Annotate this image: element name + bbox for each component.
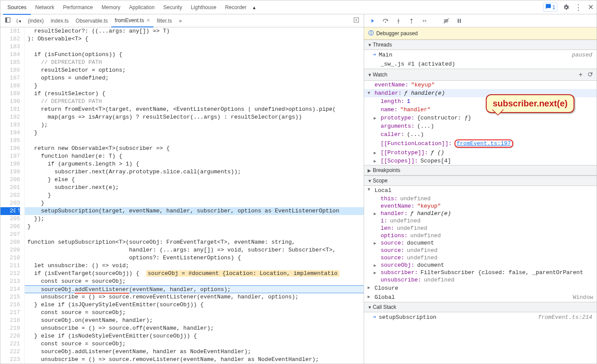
code-line[interactable]: const source = sourceObj; xyxy=(25,278,364,285)
code-line[interactable] xyxy=(25,137,364,145)
watch-item[interactable]: len: undefined xyxy=(364,225,597,232)
code-line[interactable]: // DEPRECATED PATH xyxy=(25,59,364,66)
code-line[interactable]: } else { xyxy=(25,176,364,184)
top-tab-sources[interactable]: Sources xyxy=(3,1,31,15)
watch-item[interactable]: ▶sourceObj: document xyxy=(364,261,597,269)
code-line[interactable]: if (resultSelector) { xyxy=(25,90,364,98)
run-snippet-icon[interactable] xyxy=(352,16,361,25)
line-number[interactable]: 192 xyxy=(0,113,20,121)
step-over-button[interactable] xyxy=(381,17,389,25)
watch-item[interactable]: ▶prototype: {constructor: ƒ} xyxy=(364,114,597,122)
line-number[interactable]: 184 xyxy=(0,51,20,59)
expand-icon[interactable]: ▶ xyxy=(374,241,378,246)
code-line[interactable]: let unsubscribe: () => void; xyxy=(25,262,364,270)
watch-item[interactable]: source: undefined xyxy=(364,247,597,254)
top-tab-network[interactable]: Network xyxy=(31,1,59,14)
code-line[interactable]: const source = sourceObj; xyxy=(25,309,364,317)
line-number[interactable]: 195 xyxy=(0,137,20,145)
code-line[interactable]: if (isFunction(options)) { xyxy=(25,51,364,59)
line-number[interactable]: 218 xyxy=(0,317,20,324)
line-number[interactable]: 200 xyxy=(0,176,20,184)
line-number[interactable]: 206 xyxy=(0,223,20,231)
line-number[interactable]: 197 xyxy=(0,152,20,160)
step-into-button[interactable] xyxy=(395,17,402,25)
watch-item[interactable]: eventName: "keyup" xyxy=(364,81,597,89)
thread-row[interactable]: ➔Mainpaused xyxy=(364,50,597,60)
code-line[interactable]: setupSubscription(target, eventName, han… xyxy=(25,207,364,215)
line-number[interactable]: 193 xyxy=(0,121,20,129)
code-editor[interactable]: 1811821831841851861871881891901911921931… xyxy=(0,27,364,364)
watch-item[interactable]: ▶[[Scopes]]: Scopes[4] xyxy=(364,157,597,165)
line-number[interactable]: 191 xyxy=(0,106,20,113)
line-number[interactable]: 223 xyxy=(0,356,20,364)
top-tab-security[interactable]: Security xyxy=(159,1,186,14)
line-number[interactable]: 210 xyxy=(0,254,20,262)
watch-item[interactable]: unsubscribe: undefined xyxy=(364,276,597,284)
line-number[interactable]: 222 xyxy=(0,348,20,356)
code-line[interactable]: } xyxy=(25,223,364,231)
refresh-watch-icon[interactable] xyxy=(587,71,593,79)
expand-icon[interactable]: ▼ xyxy=(368,187,372,194)
line-number[interactable]: 211 xyxy=(0,262,20,270)
code-line[interactable]: sourceObj.addEventListener(eventName, ha… xyxy=(25,285,364,293)
thread-row[interactable]: _sw_.js #1 (activated) xyxy=(364,60,597,69)
settings-icon[interactable] xyxy=(563,4,570,11)
line-number[interactable]: 212 xyxy=(0,270,20,278)
code-line[interactable]: resultSelector?: ((...args: any[]) => T) xyxy=(25,27,364,35)
watch-item[interactable]: eventName: "keyup" xyxy=(364,202,597,210)
close-devtools-icon[interactable]: ✕ xyxy=(587,4,594,11)
code-line[interactable]: } xyxy=(25,129,364,137)
expand-icon[interactable]: ▶ xyxy=(374,270,378,275)
callstack-panel-head[interactable]: ▼Call Stack xyxy=(364,302,597,312)
code-line[interactable]: function setupSubscription<T>(sourceObj:… xyxy=(25,238,364,246)
code-line[interactable]: ): Observable<T> { xyxy=(25,35,364,43)
code-line[interactable]: }); xyxy=(25,215,364,223)
line-number[interactable]: 187 xyxy=(0,74,20,82)
file-tab[interactable]: Observable.ts xyxy=(72,14,111,27)
line-number[interactable]: 194 xyxy=(0,129,20,137)
line-number[interactable]: 185 xyxy=(0,59,20,66)
code-line[interactable]: // DEPRECATED PATH xyxy=(25,98,364,106)
line-number[interactable]: 186 xyxy=(0,66,20,74)
line-number[interactable]: 198 xyxy=(0,160,20,168)
toggle-sidebar-icon[interactable] xyxy=(3,16,13,25)
code-line[interactable]: subscriber.next(Array.prototype.slice.ca… xyxy=(25,168,364,176)
code-line[interactable]: if (isEventTarget(sourceObj)) { sourceOb… xyxy=(25,270,364,278)
expand-icon[interactable]: ▶ xyxy=(368,294,372,301)
code-line[interactable]: sourceObj.addListener(eventName, handler… xyxy=(25,348,364,356)
watch-panel-head[interactable]: ▼Watch + xyxy=(364,69,597,81)
top-tab-recorder[interactable]: Recorder xyxy=(221,1,251,14)
file-tab[interactable]: (index) xyxy=(24,14,47,27)
line-number[interactable]: 196 xyxy=(0,145,20,152)
line-number[interactable]: 217 xyxy=(0,309,20,317)
code-line[interactable]: sourceObj.on(eventName, handler); xyxy=(25,317,364,324)
top-tab-memory[interactable]: Memory xyxy=(97,1,125,14)
scope-group-head[interactable]: ▼Local xyxy=(364,186,597,195)
watch-item[interactable]: ▶[[Prototype]]: ƒ () xyxy=(364,149,597,157)
code-line[interactable]: options = undefined; xyxy=(25,74,364,82)
code-line[interactable]: return new Observable<T>(subscriber => { xyxy=(25,145,364,152)
scope-group-head[interactable]: ▶Closure xyxy=(364,284,597,293)
callstack-frame[interactable]: ➔setupSubscriptionfromEvent.ts:214 xyxy=(364,312,597,322)
watch-item[interactable]: this: undefined xyxy=(364,195,597,202)
line-number[interactable]: 207 xyxy=(0,231,20,238)
code-line[interactable]: if (arguments.length > 1) { xyxy=(25,160,364,168)
watch-item[interactable]: ▶subscriber: FilterSubscriber {closed: f… xyxy=(364,269,597,276)
deactivate-breakpoints-button[interactable] xyxy=(442,17,450,25)
watch-item[interactable]: caller: (...) xyxy=(364,130,597,139)
expand-icon[interactable]: ▼ xyxy=(368,91,372,96)
code-line[interactable]: unsubscribe = () => source.off(eventName… xyxy=(25,324,364,332)
line-number[interactable]: 214 xyxy=(0,285,20,293)
line-number[interactable]: 204 xyxy=(0,207,20,215)
breakpoints-panel-head[interactable]: ▶Breakpoints xyxy=(364,165,597,175)
code-line[interactable]: handler: (...args: any[]) => void, subsc… xyxy=(25,246,364,254)
expand-icon[interactable]: ▶ xyxy=(374,116,378,121)
top-tab-performance[interactable]: Performance xyxy=(59,1,97,14)
expand-icon[interactable]: ▶ xyxy=(374,211,378,216)
watch-item[interactable]: [[FunctionLocation]]: fromEvent.ts:197 xyxy=(364,139,597,149)
line-number[interactable]: 183 xyxy=(0,43,20,51)
line-number[interactable]: 190 xyxy=(0,98,20,106)
watch-item[interactable]: ▶source: document xyxy=(364,239,597,247)
threads-panel-head[interactable]: ▼Threads xyxy=(364,40,597,50)
code-line[interactable]: resultSelector = options; xyxy=(25,66,364,74)
